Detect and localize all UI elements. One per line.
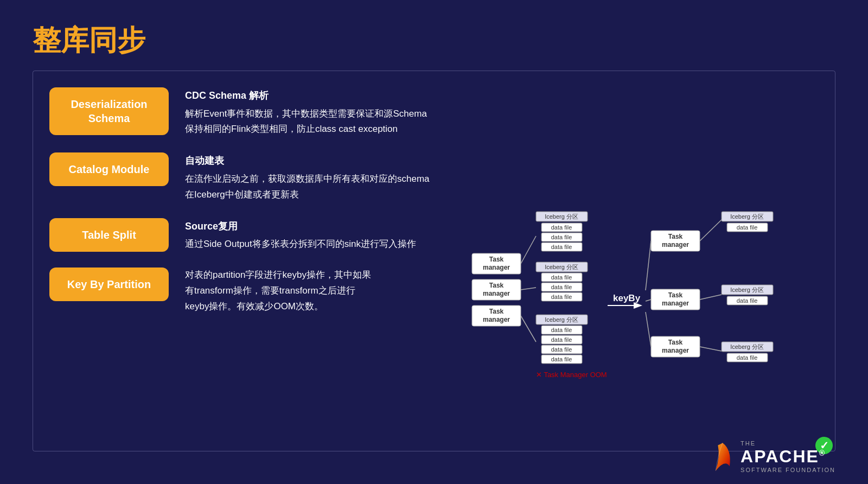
svg-text:✕ Task Manager OOM: ✕ Task Manager OOM [536, 371, 607, 379]
svg-text:Task: Task [668, 339, 683, 346]
svg-text:data file: data file [551, 274, 572, 281]
svg-line-66 [646, 300, 651, 301]
svg-text:Task: Task [668, 291, 683, 299]
section-text-deserialization: CDC Schema 解析 解析Event事件和数据，其中数据类型需要保证和源S… [185, 87, 819, 137]
svg-line-36 [521, 236, 536, 264]
section-catalog: Catalog Module 自动建表 在流作业启动之前，获取源数据库中所有表和… [49, 152, 819, 202]
svg-text:data file: data file [737, 354, 758, 361]
svg-text:data file: data file [551, 244, 572, 250]
svg-text:Iceberg 分区: Iceberg 分区 [545, 264, 578, 270]
svg-text:keyBy: keyBy [613, 293, 641, 303]
badge-table-split: Table Split [49, 218, 169, 252]
apache-the-label: THE [741, 440, 835, 447]
page-title: 整库同步 [33, 22, 145, 60]
svg-line-37 [521, 288, 536, 290]
svg-text:data file: data file [551, 294, 572, 300]
svg-text:Iceberg 分区: Iceberg 分区 [730, 343, 764, 350]
svg-line-65 [646, 241, 651, 290]
svg-text:Task: Task [489, 308, 504, 315]
svg-text:Iceberg 分区: Iceberg 分区 [730, 286, 764, 293]
svg-text:Iceberg 分区: Iceberg 分区 [545, 316, 578, 323]
svg-text:data file: data file [737, 224, 758, 231]
apache-name-label: APACHE® [741, 447, 835, 467]
svg-text:data file: data file [551, 224, 572, 231]
svg-text:manager: manager [483, 316, 510, 323]
svg-line-63 [700, 295, 722, 300]
apache-text-block: THE APACHE® SOFTWARE FOUNDATION [741, 440, 835, 473]
svg-text:manager: manager [662, 300, 689, 307]
svg-text:manager: manager [662, 347, 689, 354]
svg-line-64 [700, 347, 722, 351]
svg-line-38 [521, 316, 536, 342]
section-deserialization: Deserialization Schema CDC Schema 解析 解析E… [49, 87, 819, 137]
svg-text:data file: data file [551, 327, 572, 333]
section-text-catalog: 自动建表 在流作业启动之前，获取源数据库中所有表和对应的schema在Icebe… [185, 152, 819, 202]
badge-key-by-partition: Key By Partition [49, 268, 169, 301]
svg-text:data file: data file [551, 284, 572, 290]
svg-text:data file: data file [551, 346, 572, 353]
svg-text:Iceberg 分区: Iceberg 分区 [545, 213, 578, 220]
svg-text:data file: data file [551, 356, 572, 362]
svg-text:data file: data file [737, 297, 758, 304]
svg-text:manager: manager [483, 264, 510, 271]
svg-text:Task: Task [489, 282, 504, 289]
svg-text:manager: manager [662, 241, 689, 249]
svg-text:manager: manager [483, 290, 510, 297]
diagram-svg: Task manager Task manager Task manager I… [456, 209, 835, 421]
apache-feather-icon [709, 441, 736, 473]
apache-foundation-label: SOFTWARE FOUNDATION [741, 467, 835, 473]
svg-line-62 [700, 220, 722, 241]
badge-catalog: Catalog Module [49, 152, 169, 186]
svg-text:data file: data file [551, 336, 572, 343]
svg-line-67 [646, 312, 651, 347]
svg-text:Task: Task [668, 233, 683, 240]
svg-text:Task: Task [489, 256, 504, 263]
apache-logo: THE APACHE® SOFTWARE FOUNDATION [709, 440, 835, 473]
svg-text:data file: data file [551, 234, 572, 240]
badge-deserialization: Deserialization Schema [49, 87, 169, 135]
svg-text:Iceberg 分区: Iceberg 分区 [730, 213, 764, 220]
